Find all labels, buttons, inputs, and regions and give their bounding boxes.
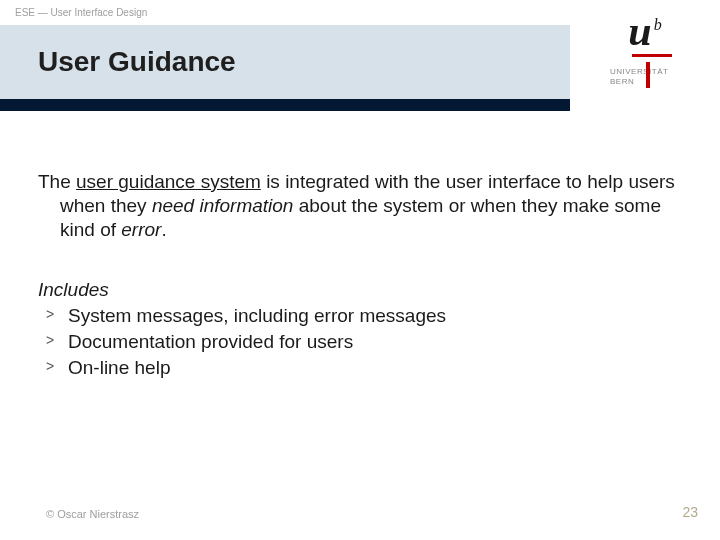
para-ugs: user guidance system	[76, 171, 261, 192]
list-item-text: On-line help	[68, 357, 170, 378]
logo-text: UNIVERSITÄT BERN	[610, 67, 680, 88]
includes-section: Includes > System messages, including er…	[38, 279, 682, 380]
footer-copyright: © Oscar Nierstrasz	[46, 508, 139, 520]
title-underline-bar	[0, 99, 570, 111]
logo-text-line1: UNIVERSITÄT	[610, 67, 680, 77]
slide-title: User Guidance	[38, 46, 236, 78]
list-item-text: System messages, including error message…	[68, 305, 446, 326]
main-content: The user guidance system is integrated w…	[38, 170, 682, 380]
logo-u-glyph: ub	[628, 10, 661, 52]
logo-text-line2: BERN	[610, 77, 680, 87]
para-tail: .	[161, 219, 166, 240]
university-logo: ub UNIVERSITÄT BERN	[570, 0, 720, 111]
para-lead: The	[38, 171, 76, 192]
logo-underline	[632, 54, 672, 57]
logo-u-letter: u	[628, 8, 651, 54]
list-item: > On-line help	[38, 355, 682, 381]
includes-heading: Includes	[38, 279, 682, 301]
list-item: > System messages, including error messa…	[38, 303, 682, 329]
page-number: 23	[682, 504, 698, 520]
includes-list: > System messages, including error messa…	[38, 303, 682, 380]
body-paragraph: The user guidance system is integrated w…	[60, 170, 682, 241]
list-item-text: Documentation provided for users	[68, 331, 353, 352]
breadcrumb: ESE — User Interface Design	[15, 7, 147, 18]
chevron-icon: >	[46, 331, 54, 350]
list-item: > Documentation provided for users	[38, 329, 682, 355]
header-strip: ESE — User Interface Design	[0, 0, 570, 25]
chevron-icon: >	[46, 305, 54, 324]
chevron-icon: >	[46, 357, 54, 376]
title-band: User Guidance	[0, 25, 570, 99]
para-need-info: need information	[152, 195, 294, 216]
para-error: error	[121, 219, 161, 240]
logo-red-bar	[646, 62, 650, 88]
logo-b-letter: b	[654, 16, 662, 33]
